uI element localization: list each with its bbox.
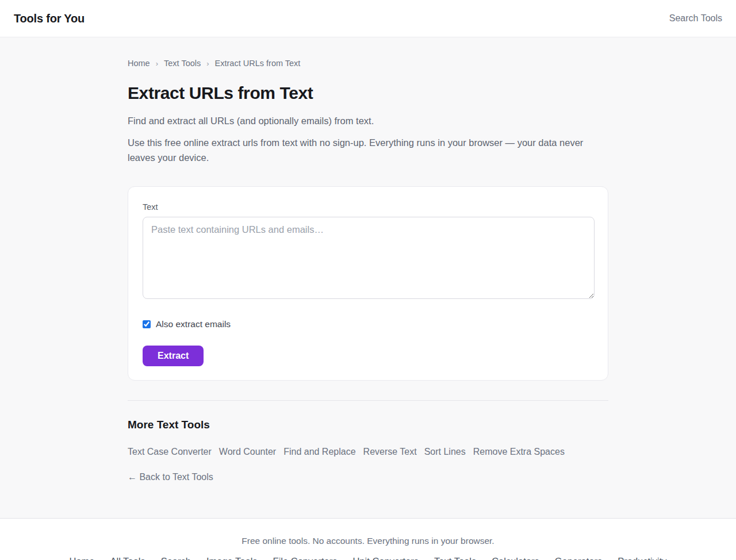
- breadcrumb-home-link[interactable]: Home: [128, 59, 150, 68]
- related-link-sort-lines[interactable]: Sort Lines: [424, 447, 466, 457]
- page-subtitle: Find and extract all URLs (and optionall…: [128, 116, 608, 126]
- back-to-text-tools-link[interactable]: ← Back to Text Tools: [128, 472, 213, 482]
- footer-link-all-tools[interactable]: All Tools: [110, 556, 145, 560]
- tool-card: Text Also extract emails Extract: [128, 186, 608, 381]
- page-description: Use this free online extract urls from t…: [128, 136, 608, 165]
- footer-link-text-tools[interactable]: Text Tools: [434, 556, 476, 560]
- extract-button[interactable]: Extract: [143, 346, 204, 366]
- footer-link-image-tools[interactable]: Image Tools: [206, 556, 258, 560]
- extract-emails-option: Also extract emails: [143, 319, 593, 329]
- brand-logo[interactable]: Tools for You: [14, 12, 85, 25]
- extract-emails-label: Also extract emails: [156, 319, 231, 329]
- site-footer: Free online tools. No accounts. Everythi…: [0, 519, 736, 560]
- extract-emails-checkbox[interactable]: [143, 320, 151, 328]
- related-link-remove-extra-spaces[interactable]: Remove Extra Spaces: [473, 447, 565, 457]
- breadcrumb-text-tools-link[interactable]: Text Tools: [164, 59, 201, 68]
- footer-link-calculators[interactable]: Calculators: [492, 556, 539, 560]
- page-title: Extract URLs from Text: [128, 83, 608, 103]
- footer-link-search[interactable]: Search: [161, 556, 191, 560]
- site-header: Tools for You Search Tools: [0, 0, 736, 37]
- footer-link-unit-converters[interactable]: Unit Converters: [352, 556, 419, 560]
- footer-link-generators[interactable]: Generators: [555, 556, 603, 560]
- breadcrumb-separator: ›: [206, 59, 209, 68]
- related-link-word-counter[interactable]: Word Counter: [219, 447, 276, 457]
- footer-link-home[interactable]: Home: [69, 556, 94, 560]
- footer-link-productivity[interactable]: Productivity: [618, 556, 666, 560]
- text-input-textarea[interactable]: [143, 217, 595, 299]
- related-link-text-case-converter[interactable]: Text Case Converter: [128, 447, 212, 457]
- breadcrumb-separator: ›: [156, 59, 158, 68]
- section-divider: [128, 400, 608, 401]
- footer-link-file-converters[interactable]: File Converters: [273, 556, 338, 560]
- footer-nav: Home All Tools Search Image Tools File C…: [0, 556, 736, 560]
- main-content: Home › Text Tools › Extract URLs from Te…: [0, 37, 736, 519]
- related-tools-links: Text Case Converter Word Counter Find an…: [128, 447, 608, 457]
- related-link-reverse-text[interactable]: Reverse Text: [363, 447, 417, 457]
- breadcrumb-current-page: Extract URLs from Text: [215, 59, 301, 68]
- search-tools-link[interactable]: Search Tools: [669, 13, 722, 24]
- breadcrumb: Home › Text Tools › Extract URLs from Te…: [128, 59, 608, 68]
- related-tools-heading: More Text Tools: [128, 419, 608, 431]
- related-link-find-and-replace[interactable]: Find and Replace: [283, 447, 355, 457]
- text-field-label: Text: [143, 202, 593, 212]
- footer-tagline: Free online tools. No accounts. Everythi…: [0, 536, 736, 546]
